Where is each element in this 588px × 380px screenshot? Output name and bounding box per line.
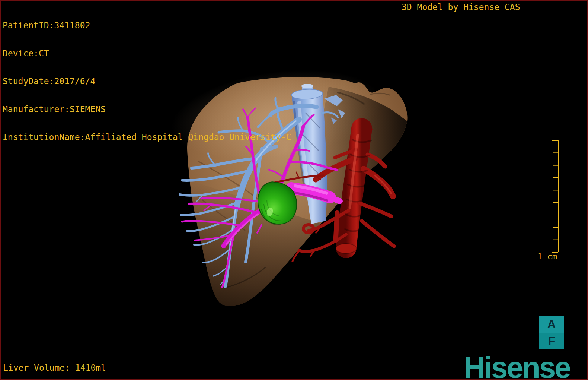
scale-bar-ticks — [552, 140, 558, 252]
patient-info: PatientID:3411802 Device:CT StudyDate:20… — [3, 2, 291, 161]
orientation-marker[interactable]: A F — [539, 316, 564, 349]
institution-line: InstitutionName:Affiliated Hospital Qing… — [3, 133, 291, 142]
patient-id-line: PatientID:3411802 — [3, 21, 291, 30]
scale-bar-label: 1 cm — [537, 252, 557, 261]
orientation-anterior: A — [539, 316, 564, 333]
hisense-logo: Hisense — [464, 351, 570, 380]
scale-bar — [552, 140, 558, 252]
orientation-foot: F — [539, 333, 564, 349]
study-date-line: StudyDate:2017/6/4 — [3, 77, 291, 86]
liver-volume-text: Liver Volume: 1410ml — [3, 363, 106, 373]
watermark-text: 3D Model by Hisense CAS — [402, 3, 520, 12]
app-window: PatientID:3411802 Device:CT StudyDate:20… — [0, 0, 588, 380]
device-line: Device:CT — [3, 49, 291, 58]
manufacturer-line: Manufacturer:SIEMENS — [3, 105, 291, 114]
